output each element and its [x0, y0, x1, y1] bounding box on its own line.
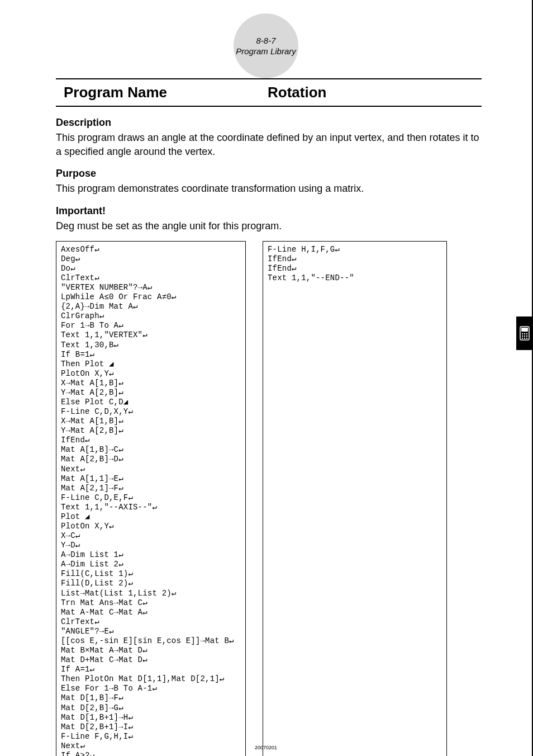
side-tab: [516, 316, 533, 350]
description-heading: Description: [56, 117, 482, 129]
important-heading: Important!: [56, 205, 482, 217]
important-text: Deg must be set as the angle unit for th…: [56, 219, 482, 233]
svg-point-8: [522, 338, 523, 339]
calculator-icon: [520, 326, 530, 341]
section-badge: 8-8-7 Program Library: [234, 13, 298, 78]
code-listing-left: AxesOff↵ Deg↵ Do↵ ClrText↵ "VERTEX NUMBE…: [56, 241, 246, 756]
purpose-heading: Purpose: [56, 168, 482, 179]
svg-point-4: [526, 333, 527, 334]
program-name-label: Program Name: [64, 84, 167, 101]
svg-point-10: [526, 338, 527, 339]
footer-number: 20070201: [255, 745, 277, 750]
page: 8-8-7 Program Library Program Name Rotat…: [0, 0, 533, 756]
svg-point-7: [526, 336, 527, 337]
svg-point-6: [524, 336, 525, 337]
section-name: Program Library: [236, 46, 296, 56]
content-area: Program Name Rotation Description This p…: [56, 78, 482, 756]
purpose-text: This program demonstrates coordinate tra…: [56, 182, 482, 196]
svg-rect-1: [521, 328, 528, 332]
section-number: 8-8-7: [256, 36, 275, 45]
title-row: Program Name Rotation: [56, 78, 482, 107]
svg-point-3: [524, 333, 525, 334]
program-name-value: Rotation: [268, 84, 326, 101]
svg-point-2: [522, 333, 523, 334]
description-text: This program draws an angle at the coord…: [56, 131, 482, 159]
code-columns: AxesOff↵ Deg↵ Do↵ ClrText↵ "VERTEX NUMBE…: [56, 241, 482, 756]
svg-point-5: [522, 336, 523, 337]
code-listing-right: F-Line H,I,F,G↵ IfEnd↵ IfEnd↵ Text 1,1,"…: [263, 241, 447, 756]
svg-point-9: [524, 338, 525, 339]
